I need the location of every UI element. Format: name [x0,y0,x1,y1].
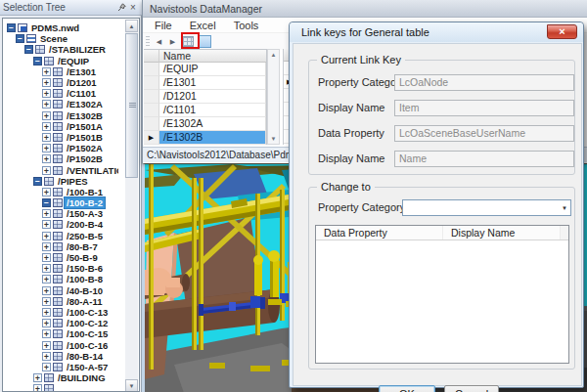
expand-icon[interactable]: + [42,341,51,350]
expand-icon[interactable]: + [42,122,51,131]
expand-icon[interactable]: + [42,67,51,76]
tree-item[interactable]: +/250-B-5 [4,231,118,241]
expand-icon[interactable]: + [42,78,51,87]
dialog-titlebar[interactable]: Link keys for General table × [290,22,583,42]
property-list[interactable]: Data Property Display Name [315,225,569,364]
collapse-icon[interactable]: − [24,45,33,54]
ok-button[interactable]: OK [379,385,435,392]
name-cell[interactable]: /EQUIP [159,63,266,76]
tree-item[interactable]: +/50-B-9 [4,252,118,263]
menu-file[interactable]: File [153,20,174,31]
menu-tools[interactable]: Tools [232,20,261,31]
scroll-down-icon[interactable]: ▼ [271,136,277,142]
scroll-up-icon[interactable]: ▲ [125,20,138,32]
name-cell[interactable]: /E1302B [159,131,266,145]
tree-item[interactable]: +/D1201 [4,77,118,88]
expand-icon[interactable]: + [42,297,51,306]
tree-item[interactable]: +/100-B-8 [4,274,118,284]
table-row[interactable]: /D1201 [144,90,266,104]
expand-icon[interactable]: + [42,232,51,240]
tree-scrollbar[interactable]: ▲ ▼ [125,20,138,392]
expand-icon[interactable]: + [42,209,51,218]
column-display-name[interactable]: Display Name [443,226,561,240]
property-category-combobox[interactable]: ▼ [402,199,571,216]
pin-icon[interactable] [115,2,127,13]
expand-icon[interactable]: + [33,373,42,382]
row-selector[interactable] [144,117,159,131]
tree-item[interactable]: +/P1501A [4,121,118,132]
tree-item[interactable]: +/C1101 [4,88,118,99]
chevron-down-icon[interactable]: ▼ [562,205,567,211]
table-row[interactable]: /E1302A [144,117,266,131]
field-value[interactable]: LcOaSceneBaseUserName [394,125,574,142]
tree-item[interactable]: + [4,383,118,392]
expand-icon[interactable]: + [42,275,51,283]
column-data-property[interactable]: Data Property [316,226,443,240]
tree-item[interactable]: +/80-B-7 [4,241,118,252]
table-row[interactable]: /E1301 [144,76,266,90]
expand-icon[interactable]: + [42,286,51,295]
expand-icon[interactable]: + [42,253,51,262]
expand-icon[interactable]: + [42,144,51,152]
collapse-icon[interactable]: − [42,198,51,207]
expand-icon[interactable]: + [42,188,51,196]
name-cell[interactable]: /D1201 [159,90,266,104]
tree-item[interactable]: +/100-C-13 [4,307,118,318]
name-cell[interactable]: /E1302A [159,117,266,131]
name-cell[interactable]: /E1301 [159,76,266,90]
tree-item[interactable]: −PDMS.nwd [4,22,118,33]
tree-item[interactable]: +/80-B-14 [4,351,118,362]
table-row[interactable]: /EQUIP [144,63,266,76]
expand-icon[interactable]: + [42,133,51,142]
table-scrollbar[interactable]: ▲ ▼ [267,49,280,145]
link-keys-icon[interactable] [199,35,211,48]
tree-item[interactable]: +/VENTILATION [4,164,118,175]
expand-icon[interactable]: + [42,242,51,251]
expand-icon[interactable]: + [42,89,51,98]
scroll-up-icon[interactable]: ▲ [271,52,277,58]
name-cell[interactable]: /C1101 [159,104,266,117]
field-value[interactable]: LcOaNode [394,74,574,91]
tree-item[interactable]: +/E1302A [4,99,118,109]
expand-icon[interactable]: + [42,154,51,163]
tree-item[interactable]: +/100-C-12 [4,318,118,328]
tree-item[interactable]: +/80-A-11 [4,296,118,307]
tree-item[interactable]: +/100-B-1 [4,187,118,197]
expand-icon[interactable]: + [42,352,51,361]
scroll-down-icon[interactable]: ▼ [125,379,138,392]
expand-icon[interactable]: + [42,363,51,371]
field-value[interactable]: Name [394,151,574,167]
selection-tree-titlebar[interactable]: Selection Tree × [0,0,142,16]
tree-item[interactable]: −/PIPES [4,176,118,187]
expand-icon[interactable]: + [42,166,51,175]
tree-item[interactable]: −/EQUIP [4,56,118,66]
collapse-icon[interactable]: − [7,23,16,32]
tree-item[interactable]: +/40-B-10 [4,285,118,296]
tree-item[interactable]: +/200-B-4 [4,219,118,230]
tree-item[interactable]: +/E1302B [4,110,118,121]
field-value[interactable]: Item [394,100,574,116]
tree-item[interactable]: +/P1502B [4,153,118,164]
collapse-icon[interactable]: − [33,57,42,65]
row-selector[interactable] [144,90,159,104]
expand-icon[interactable]: + [42,220,51,229]
row-selector[interactable]: ▶ [144,131,159,145]
scrollbar-thumb[interactable] [125,33,138,178]
expand-icon[interactable]: + [42,329,51,338]
tree-item[interactable]: +/100-C-15 [4,328,118,339]
menu-excel[interactable]: Excel [188,20,218,31]
nav-right-icon[interactable]: ▶ [166,35,179,48]
expand-icon[interactable]: + [42,308,51,317]
tree-item[interactable]: +/P1501B [4,132,118,143]
expand-icon[interactable]: + [42,264,51,273]
row-selector[interactable] [144,104,159,117]
table-row[interactable]: ▶/E1302B [144,131,266,145]
tree-item[interactable]: −/100-B-2 [4,197,118,208]
tree-item[interactable]: +/BUILDING [4,372,118,383]
row-selector[interactable] [144,76,159,90]
close-icon[interactable]: × [127,2,139,13]
collapse-icon[interactable]: − [33,177,42,186]
collapse-icon[interactable]: − [16,34,24,43]
tree-item[interactable]: −/STABILIZER [4,44,118,55]
tree-item[interactable]: +/150-A-57 [4,362,118,372]
